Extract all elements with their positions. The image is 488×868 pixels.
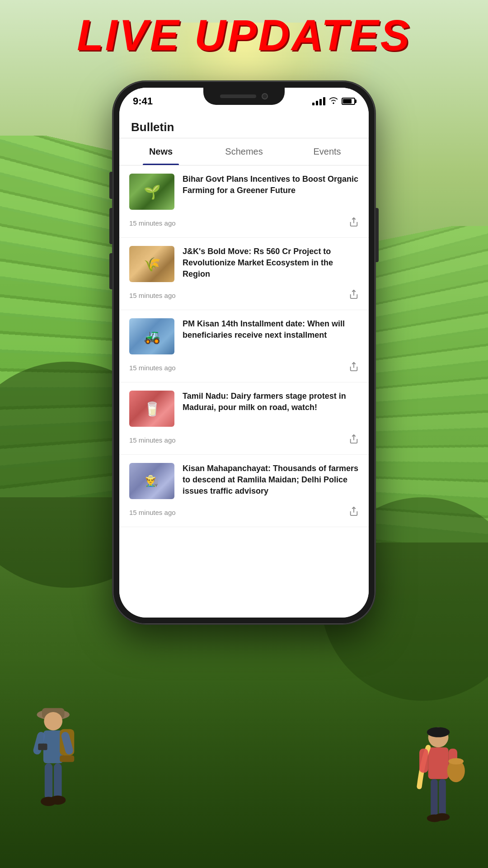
news-headline-5: Kisan Mahapanchayat: Thousands of farmer… xyxy=(183,463,359,497)
tab-schemes[interactable]: Schemes xyxy=(202,138,286,165)
news-time-4: 15 minutes ago xyxy=(129,436,176,444)
news-headline-1: Bihar Govt Plans Incentives to Boost Org… xyxy=(183,174,359,196)
news-thumbnail-5 xyxy=(129,463,174,499)
news-content-1: Bihar Govt Plans Incentives to Boost Org… xyxy=(183,174,359,196)
share-button-4[interactable] xyxy=(349,434,359,446)
news-thumbnail-1 xyxy=(129,174,174,210)
svg-point-23 xyxy=(448,758,464,764)
svg-rect-12 xyxy=(38,744,47,750)
news-item[interactable]: J&K's Bold Move: Rs 560 Cr Project to Re… xyxy=(119,238,369,310)
live-updates-title: LIVE UPDATES xyxy=(0,14,488,57)
news-item-top: Kisan Mahapanchayat: Thousands of farmer… xyxy=(129,463,359,499)
tabs-bar: News Schemes Events xyxy=(119,138,369,165)
tab-news[interactable]: News xyxy=(119,138,202,165)
front-camera xyxy=(262,93,268,99)
phone-mockup: 9:41 xyxy=(113,81,375,624)
phone-outer: 9:41 xyxy=(113,81,375,624)
person-left xyxy=(23,696,90,841)
svg-rect-19 xyxy=(439,779,446,817)
app-header: Bulletin xyxy=(119,115,369,138)
share-button-5[interactable] xyxy=(349,506,359,519)
news-time-5: 15 minutes ago xyxy=(129,509,176,516)
phone-screen: 9:41 xyxy=(119,88,369,618)
news-item[interactable]: Tamil Nadu: Dairy farmers stage protest … xyxy=(119,382,369,455)
news-item[interactable]: Kisan Mahapanchayat: Thousands of farmer… xyxy=(119,455,369,527)
news-footer-4: 15 minutes ago xyxy=(129,431,359,446)
signal-bar-2 xyxy=(316,101,318,105)
wifi-icon xyxy=(329,97,338,106)
status-time: 9:41 xyxy=(133,95,153,107)
signal-icon xyxy=(312,97,325,105)
share-button-1[interactable] xyxy=(349,217,359,229)
svg-point-14 xyxy=(427,727,450,737)
battery-icon xyxy=(342,98,355,105)
svg-rect-18 xyxy=(431,779,437,817)
news-headline-4: Tamil Nadu: Dairy farmers stage protest … xyxy=(183,391,359,413)
svg-rect-8 xyxy=(45,763,52,799)
svg-point-2 xyxy=(44,712,62,731)
speaker xyxy=(220,94,256,98)
news-item-top: J&K's Bold Move: Rs 560 Cr Project to Re… xyxy=(129,246,359,282)
news-thumbnail-3 xyxy=(129,318,174,354)
news-footer-5: 15 minutes ago xyxy=(129,504,359,519)
status-icons xyxy=(312,97,355,106)
share-button-2[interactable] xyxy=(349,289,359,302)
news-time-3: 15 minutes ago xyxy=(129,364,176,372)
news-list: Bihar Govt Plans Incentives to Boost Org… xyxy=(119,165,369,618)
news-item[interactable]: Bihar Govt Plans Incentives to Boost Org… xyxy=(119,165,369,238)
svg-rect-16 xyxy=(419,749,428,773)
signal-bar-3 xyxy=(319,99,322,105)
status-bar: 9:41 xyxy=(119,88,369,115)
app-title: Bulletin xyxy=(131,120,357,134)
svg-rect-5 xyxy=(60,755,74,762)
news-item-top: Tamil Nadu: Dairy farmers stage protest … xyxy=(129,391,359,427)
signal-bar-4 xyxy=(323,97,325,105)
news-footer-1: 15 minutes ago xyxy=(129,214,359,229)
person-right xyxy=(411,723,465,850)
news-footer-2: 15 minutes ago xyxy=(129,287,359,302)
tab-events[interactable]: Events xyxy=(286,138,369,165)
news-content-3: PM Kisan 14th Installment date: When wil… xyxy=(183,318,359,341)
notch xyxy=(203,88,285,105)
volume-up-button[interactable] xyxy=(109,172,113,199)
battery-fill xyxy=(343,99,352,104)
news-time-2: 15 minutes ago xyxy=(129,292,176,299)
news-thumbnail-4 xyxy=(129,391,174,427)
news-footer-3: 15 minutes ago xyxy=(129,359,359,374)
news-content-4: Tamil Nadu: Dairy farmers stage protest … xyxy=(183,391,359,413)
share-button-3[interactable] xyxy=(349,362,359,374)
news-content-2: J&K's Bold Move: Rs 560 Cr Project to Re… xyxy=(183,246,359,280)
svg-rect-9 xyxy=(54,763,61,799)
news-time-1: 15 minutes ago xyxy=(129,219,176,227)
news-item-top: PM Kisan 14th Installment date: When wil… xyxy=(129,318,359,354)
volume-down-button[interactable] xyxy=(109,208,113,244)
news-headline-2: J&K's Bold Move: Rs 560 Cr Project to Re… xyxy=(183,246,359,280)
news-headline-3: PM Kisan 14th Installment date: When wil… xyxy=(183,318,359,341)
news-thumbnail-2 xyxy=(129,246,174,282)
signal-bar-1 xyxy=(312,103,314,105)
power-button[interactable] xyxy=(375,208,379,262)
svg-point-11 xyxy=(50,796,66,805)
svg-rect-15 xyxy=(428,747,449,779)
svg-point-21 xyxy=(435,813,450,821)
news-content-5: Kisan Mahapanchayat: Thousands of farmer… xyxy=(183,463,359,497)
news-item[interactable]: PM Kisan 14th Installment date: When wil… xyxy=(119,310,369,382)
news-item-top: Bihar Govt Plans Incentives to Boost Org… xyxy=(129,174,359,210)
silent-button[interactable] xyxy=(109,253,113,289)
